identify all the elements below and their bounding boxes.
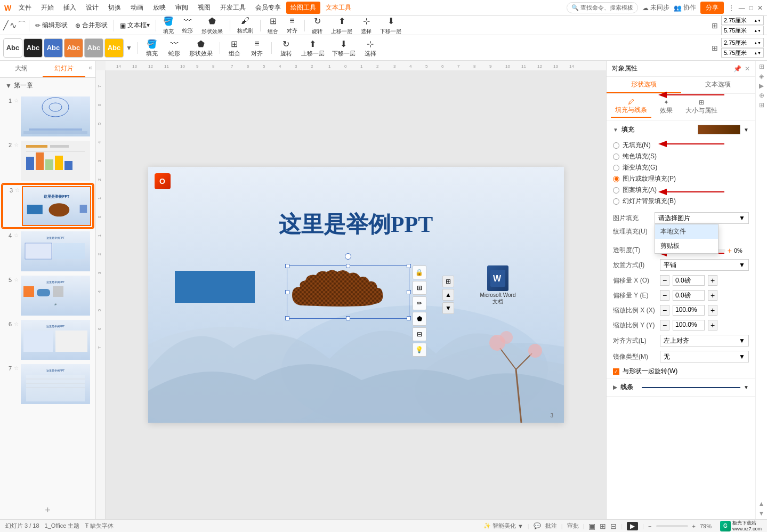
- scale-y-minus[interactable]: −: [660, 320, 669, 331]
- fill-color-swatch[interactable]: [698, 125, 740, 134]
- scale-x-field[interactable]: 100.0%: [673, 305, 705, 316]
- height-input2[interactable]: 5.75厘米 ▲▼: [721, 48, 764, 58]
- handle-br[interactable]: [407, 316, 411, 320]
- view-slideshow-btn[interactable]: ⊟: [610, 522, 617, 530]
- size-attr-tab[interactable]: ⊞ 大小与属性: [681, 96, 722, 117]
- slide-item-3[interactable]: 3 ☆ 这里是举例PPT: [2, 184, 93, 228]
- menu-start[interactable]: 开始: [37, 2, 58, 14]
- rotation-handle[interactable]: [345, 253, 351, 260]
- handle-bl[interactable]: [285, 316, 289, 320]
- freeform-tool[interactable]: ⌒: [18, 20, 26, 31]
- mirror-dropdown[interactable]: 无 ▼: [660, 351, 749, 362]
- zoom-slider[interactable]: [656, 525, 688, 527]
- shape-effect-btn2[interactable]: ⬟ 形状效果: [187, 37, 215, 59]
- rib-icon-5[interactable]: ⊞: [759, 101, 764, 109]
- slide-item-7[interactable]: 7 ☆ 这里是举例PPT: [2, 363, 93, 405]
- scale-y-field[interactable]: 100.0%: [673, 320, 705, 331]
- collab-button[interactable]: 👥 协作: [674, 3, 696, 12]
- slide-star-2[interactable]: ☆: [14, 142, 19, 148]
- radio-picture[interactable]: 图片或纹理填充(P): [613, 174, 749, 183]
- width-spinner[interactable]: ▲▼: [754, 19, 761, 22]
- side-tool-1[interactable]: ⊞: [442, 276, 454, 287]
- maximize-icon[interactable]: □: [749, 4, 753, 12]
- slide-item-4[interactable]: 4 ☆ 这里是举例PPT: [2, 230, 93, 272]
- dropdown-item-clipboard[interactable]: 剪贴板: [655, 239, 718, 253]
- shape-style-yellow[interactable]: Abc: [104, 38, 124, 58]
- effects-tab[interactable]: ✦ 效果: [656, 96, 677, 117]
- rotate-with-shape-row[interactable]: ✓ 与形状一起旋转(W): [607, 365, 755, 378]
- offset-x-minus[interactable]: −: [660, 275, 669, 286]
- slide-item-5[interactable]: 5 ☆ 这里是举例PPT 🔊: [2, 275, 93, 317]
- fill-line-tab[interactable]: 🖊 填充与线条: [611, 96, 651, 118]
- shape-style-white[interactable]: Abc: [3, 38, 22, 58]
- comment-icon[interactable]: 💬: [534, 522, 541, 529]
- add-slide-button[interactable]: +: [0, 502, 95, 519]
- move-up-btn[interactable]: ⬆ 上移一层: [328, 16, 356, 35]
- beautify-btn[interactable]: ✨ 智能美化 ▼: [483, 522, 523, 530]
- rotate-btn2[interactable]: ↻ 旋转: [277, 37, 296, 59]
- ft-layout-btn[interactable]: ⊟: [413, 327, 426, 341]
- slide-star-5[interactable]: ☆: [14, 277, 19, 283]
- offset-y-plus[interactable]: +: [708, 290, 717, 301]
- swatch-dropdown-icon[interactable]: ▼: [744, 127, 749, 133]
- side-tool-2[interactable]: ▲: [442, 289, 454, 301]
- fill-section-header[interactable]: ▼ 填充 ▼: [607, 120, 755, 139]
- group-btn2[interactable]: ⊞ 组合: [225, 37, 244, 59]
- handle-tl[interactable]: [285, 264, 289, 268]
- canvas-area[interactable]: 3 O 这里是举例PPT: [106, 70, 606, 519]
- slide-thumb-1[interactable]: [21, 96, 90, 136]
- word-doc-icon[interactable]: W: [487, 265, 508, 291]
- rp-tab-text[interactable]: 文本选项: [681, 77, 756, 93]
- merge-shape-btn[interactable]: ⊕ 合并形状: [72, 19, 111, 31]
- shape-style-orange[interactable]: Abc: [64, 38, 83, 58]
- play-btn[interactable]: ▶: [627, 522, 638, 530]
- tab-slides[interactable]: 幻灯片: [43, 61, 85, 77]
- view-grid-btn[interactable]: ⊞: [600, 522, 606, 530]
- search-bar[interactable]: 🔍 查找命令、搜索模板: [567, 2, 638, 13]
- offset-y-minus[interactable]: −: [660, 290, 669, 301]
- share-button[interactable]: 分享: [700, 2, 724, 14]
- zoom-level[interactable]: 79%: [700, 523, 712, 529]
- slide-item-1[interactable]: 1 ☆: [2, 95, 93, 138]
- transparency-plus-icon[interactable]: +: [728, 246, 732, 255]
- zoom-out-btn[interactable]: −: [648, 523, 651, 529]
- sync-button[interactable]: ☁ 未同步: [642, 3, 669, 12]
- edit-shape-btn[interactable]: ✏ 编辑形状: [32, 19, 71, 31]
- menu-texttool[interactable]: 文本工具: [321, 2, 356, 14]
- pin-icon[interactable]: 📌: [733, 65, 741, 72]
- menu-review[interactable]: 审阅: [171, 2, 192, 14]
- width-input2[interactable]: 2.75厘米 ▲▼: [721, 38, 764, 47]
- close-panel-icon[interactable]: ✕: [745, 65, 750, 72]
- menu-devtools[interactable]: 开发工具: [216, 2, 250, 14]
- line-dropdown-icon[interactable]: ▼: [744, 384, 749, 390]
- width-spinner2[interactable]: ▲▼: [754, 41, 761, 45]
- menu-design[interactable]: 设计: [82, 2, 103, 14]
- slide-star-4[interactable]: ☆: [14, 232, 19, 238]
- height-input[interactable]: 5.75厘米 ▲▼: [721, 26, 764, 35]
- offset-y-field[interactable]: 0.0磅: [673, 290, 705, 301]
- menu-animation[interactable]: 动画: [126, 2, 148, 14]
- shape-style-gray[interactable]: Abc: [84, 38, 103, 58]
- radio-gradient[interactable]: 渐变填充(G): [613, 163, 749, 172]
- menu-view[interactable]: 视图: [193, 2, 215, 14]
- menu-vip[interactable]: 会员专享: [251, 2, 285, 14]
- snake-btn[interactable]: 〰 蛇形: [179, 16, 196, 35]
- scale-y-plus[interactable]: +: [708, 320, 717, 331]
- slide-thumb-6[interactable]: 这里是举例PPT: [21, 320, 90, 360]
- align-btn2[interactable]: ≡ 对齐: [247, 37, 267, 59]
- slide-thumb-5[interactable]: 这里是举例PPT 🔊: [21, 276, 90, 316]
- handle-tm[interactable]: [346, 264, 350, 268]
- move-down-btn2[interactable]: ⬇ 下移一层: [330, 37, 358, 59]
- snake-color-btn[interactable]: 〰 蛇形: [165, 37, 184, 59]
- style-more-icon[interactable]: ▼: [126, 44, 132, 52]
- slide-star-6[interactable]: ☆: [14, 321, 19, 327]
- shape-effect-btn[interactable]: ⬟ 形状效果: [198, 16, 226, 35]
- select-btn2[interactable]: ⊹ 选择: [361, 37, 380, 59]
- ft-lightbulb-btn[interactable]: 💡: [413, 343, 426, 357]
- select-btn[interactable]: ⊹ 选择: [358, 16, 375, 35]
- missing-font[interactable]: Ŧ 缺失字体: [85, 522, 114, 530]
- slide-item-6[interactable]: 6 ☆ 这里是举例PPT: [2, 319, 93, 361]
- slide-thumb-2[interactable]: [21, 141, 90, 181]
- menu-drawtool[interactable]: 绘图工具: [286, 2, 320, 14]
- menu-insert[interactable]: 插入: [59, 2, 80, 14]
